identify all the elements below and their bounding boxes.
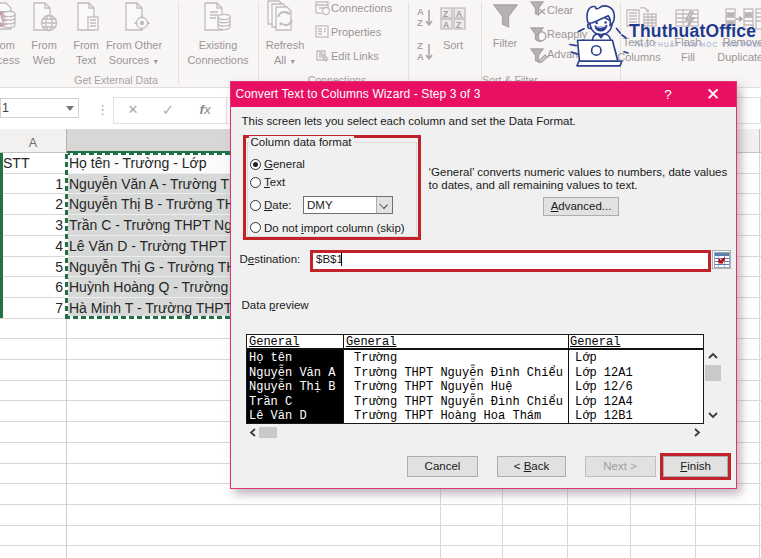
svg-text:A: A (417, 6, 424, 17)
svg-text:A: A (443, 20, 449, 30)
svg-text:Z: Z (456, 20, 461, 30)
svg-text:A: A (0, 14, 3, 25)
svg-text:Z: Z (443, 9, 448, 19)
svg-text:A: A (456, 9, 462, 19)
svg-text:Z: Z (417, 17, 423, 28)
